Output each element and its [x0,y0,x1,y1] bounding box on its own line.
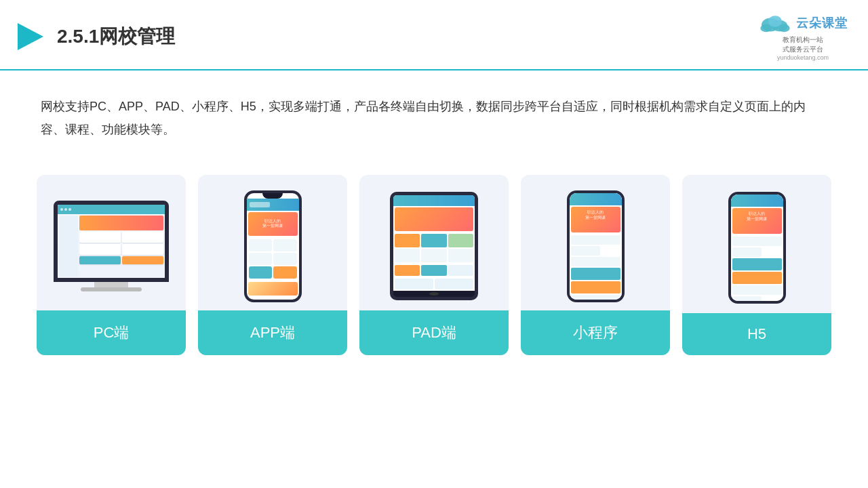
h5-mockup: 职达人的第一堂网课 [728,192,786,304]
page-title: 2.5.1网校管理 [57,24,175,49]
page-header: 2.5.1网校管理 云朵课堂 教育机构一站 式服务云平台 yunduoketan… [0,0,868,70]
card-pad-image [359,175,509,310]
card-miniprogram-label: 小程序 [521,310,670,355]
logo-name: 云朵课堂 [796,15,848,31]
description-text: 网校支持PC、APP、PAD、小程序、H5，实现多端打通，产品各终端自由切换，数… [0,70,868,155]
card-miniprogram-image: 职达人的第一堂网课 [521,175,670,310]
svg-point-5 [778,24,790,33]
card-pad-label: PAD端 [359,310,509,355]
card-h5: 职达人的第一堂网课 H5 [682,175,831,355]
svg-point-3 [768,16,782,27]
play-icon [14,20,46,53]
logo-cloud: 云朵课堂 [758,12,848,34]
tablet-mockup [390,192,478,300]
logo-url: yunduoketang.com [777,54,829,61]
cards-container: PC端 职达人的第一堂网课 [0,155,868,355]
svg-point-4 [760,24,772,33]
cloud-icon [758,12,792,34]
card-pc-label: PC端 [37,310,186,355]
miniprogram-mockup: 职达人的第一堂网课 [567,190,625,302]
card-pc: PC端 [37,175,186,355]
card-pad: PAD端 [359,175,509,355]
pc-monitor [54,201,169,282]
card-pc-image [37,175,186,310]
pc-mockup [54,201,169,291]
logo-tagline: 教育机构一站 式服务云平台 [783,35,823,54]
card-h5-label: H5 [682,313,831,355]
card-app: 职达人的第一堂网课 APP端 [198,175,347,355]
card-app-image: 职达人的第一堂网课 [198,175,347,310]
app-mockup: 职达人的第一堂网课 [244,190,302,302]
svg-marker-0 [18,23,43,50]
header-left: 2.5.1网校管理 [14,20,175,53]
card-miniprogram: 职达人的第一堂网课 小程序 [521,175,670,355]
card-app-label: APP端 [198,310,347,355]
card-h5-image: 职达人的第一堂网课 [682,175,831,313]
logo-area: 云朵课堂 教育机构一站 式服务云平台 yunduoketang.com [758,12,848,61]
